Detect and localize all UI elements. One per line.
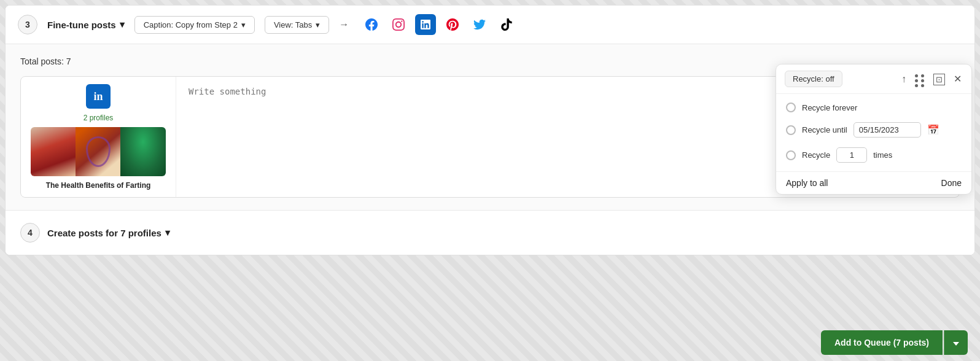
step4-header: 4 Create posts for 7 profiles ▾ xyxy=(20,223,960,243)
recycle-times-suffix: times xyxy=(873,150,892,160)
recycle-until-row: Recycle until 📅 xyxy=(786,122,962,138)
step4-chevron-icon: ▾ xyxy=(165,227,170,238)
arrow-right-icon: → xyxy=(339,19,349,30)
profiles-label: 2 profiles xyxy=(84,114,114,122)
recycle-forever-label: Recycle forever xyxy=(802,103,857,112)
thumbnail-3 xyxy=(120,127,166,176)
tiktok-icon-button[interactable] xyxy=(496,14,517,35)
caption-dropdown-button[interactable]: Caption: Copy from Step 2 ▾ xyxy=(134,16,255,34)
recycle-options: Recycle forever Recycle until 📅 Recycle xyxy=(776,94,971,171)
step3-title-button[interactable]: Fine-tune posts ▾ xyxy=(47,19,125,30)
drag-dots-icon xyxy=(915,74,925,84)
media-thumbnails xyxy=(31,127,166,176)
apply-to-all-button[interactable]: Apply to all xyxy=(786,178,828,188)
instagram-icon-button[interactable] xyxy=(388,14,409,35)
up-arrow-icon: ↑ xyxy=(901,74,906,84)
step3-header: 3 Fine-tune posts ▾ Caption: Copy from S… xyxy=(6,6,974,44)
move-up-button[interactable]: ↑ xyxy=(900,72,908,86)
recycle-forever-radio[interactable] xyxy=(786,103,796,112)
queue-dropdown-button[interactable] xyxy=(944,330,968,355)
view-dropdown-label: View: Tabs xyxy=(274,20,312,29)
thumbnail-2 xyxy=(76,127,120,176)
step4-section: 4 Create posts for 7 profiles ▾ xyxy=(6,211,974,255)
recycle-until-date-input[interactable] xyxy=(854,122,921,138)
recycle-times-input[interactable] xyxy=(836,147,867,163)
drag-handle-button[interactable] xyxy=(914,73,926,85)
recycle-popup-header: Recycle: off ↑ xyxy=(776,64,971,94)
step4-number: 4 xyxy=(20,223,40,243)
done-button[interactable]: Done xyxy=(941,178,962,188)
calendar-icon[interactable]: 📅 xyxy=(927,124,939,136)
step4-title-label: Create posts for 7 profiles xyxy=(47,228,161,238)
step4-title-button[interactable]: Create posts for 7 profiles ▾ xyxy=(47,227,170,238)
view-chevron-icon: ▾ xyxy=(316,20,320,29)
expand-button[interactable]: ⊡ xyxy=(932,72,946,86)
thumbnail-1 xyxy=(31,127,76,176)
post-media-section: in 2 profiles The Health Benefits of Far… xyxy=(21,77,176,197)
caption-dropdown-label: Caption: Copy from Step 2 xyxy=(144,20,238,29)
step3-title-label: Fine-tune posts xyxy=(47,20,116,30)
linkedin-logo: in xyxy=(86,84,111,109)
bottom-bar: Add to Queue (7 posts) xyxy=(821,330,968,355)
caption-chevron-icon: ▾ xyxy=(241,20,246,29)
pinterest-icon-button[interactable] xyxy=(442,14,463,35)
twitter-icon-button[interactable] xyxy=(469,14,490,35)
recycle-popup: Recycle: off ↑ xyxy=(776,64,972,195)
facebook-icon-button[interactable] xyxy=(361,14,382,35)
media-title: The Health Benefits of Farting xyxy=(46,181,151,190)
recycle-times-radio[interactable] xyxy=(786,150,796,160)
queue-chevron-icon xyxy=(953,342,959,346)
recycle-off-badge[interactable]: Recycle: off xyxy=(785,71,842,87)
close-recycle-button[interactable]: ✕ xyxy=(952,72,963,86)
main-container: 3 Fine-tune posts ▾ Caption: Copy from S… xyxy=(5,5,975,255)
linkedin-icon-button[interactable] xyxy=(415,14,436,35)
social-icons-bar xyxy=(361,14,517,35)
add-to-queue-button[interactable]: Add to Queue (7 posts) xyxy=(821,330,943,355)
step3-chevron-icon: ▾ xyxy=(120,19,125,30)
recycle-popup-footer: Apply to all Done xyxy=(776,171,971,194)
content-area: Total posts: 7 in 2 profiles xyxy=(6,44,974,211)
recycle-until-label: Recycle until xyxy=(802,125,847,134)
recycle-until-radio[interactable] xyxy=(786,125,796,135)
step3-number: 3 xyxy=(18,15,37,34)
recycle-times-label: Recycle xyxy=(802,150,830,160)
recycle-header-actions: ↑ ⊡ ✕ xyxy=(900,72,963,86)
close-icon: ✕ xyxy=(954,74,962,84)
view-dropdown-button[interactable]: View: Tabs ▾ xyxy=(265,16,329,34)
recycle-times-row: Recycle times xyxy=(786,147,962,163)
expand-icon: ⊡ xyxy=(933,74,945,85)
recycle-forever-row: Recycle forever xyxy=(786,103,962,112)
